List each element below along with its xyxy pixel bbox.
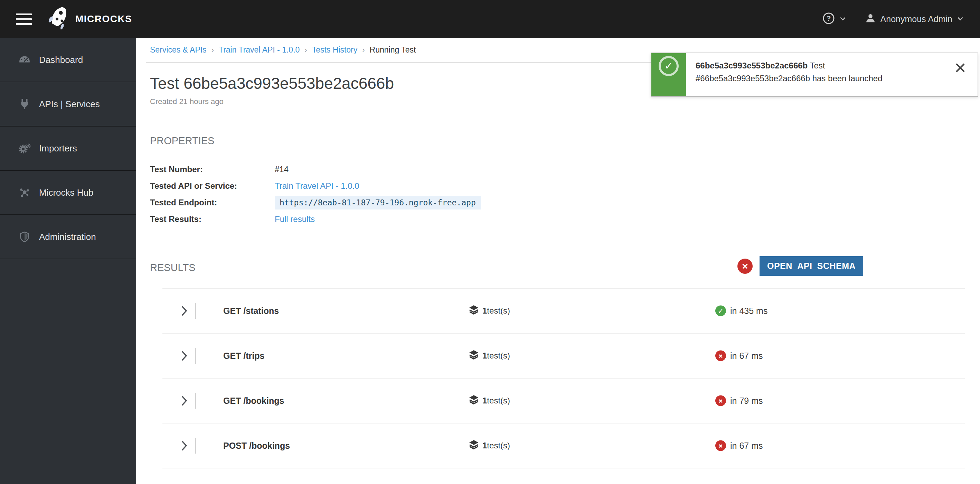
breadcrumb-separator: › (212, 46, 214, 55)
question-circle-icon: ? (822, 12, 835, 26)
hamburger-menu-icon[interactable] (16, 13, 32, 25)
breadcrumb-current: Running Test (370, 45, 416, 55)
row-divider-bar (195, 393, 196, 409)
layers-icon (469, 439, 479, 452)
row-status: × in 79 ms (715, 395, 763, 406)
row-divider-bar (195, 438, 196, 454)
tests-count: 1 test(s) (469, 395, 510, 407)
breadcrumb-services-apis[interactable]: Services & APIs (150, 45, 207, 55)
error-circle-icon: × (715, 350, 726, 361)
error-circle-icon: × (715, 395, 726, 406)
sidebar-item-apis-services[interactable]: APIs | Services (0, 82, 136, 127)
tests-count: 1 test(s) (469, 439, 510, 452)
chevron-down-icon (957, 16, 963, 22)
result-row-get-bookings[interactable]: GET /bookings 1 test(s) × in 79 ms (162, 379, 965, 424)
created-timestamp: Created 21 hours ago (150, 97, 965, 106)
toast-title: 66be5a3c993e553be2ac666b Test (695, 61, 968, 70)
brand-name: MICROCKS (75, 13, 132, 25)
tests-count: 1 test(s) (469, 350, 510, 362)
chevron-right-icon[interactable] (181, 440, 187, 451)
result-row-post-bookings[interactable]: POST /bookings 1 test(s) × in 67 ms (162, 424, 965, 468)
user-menu[interactable]: Anonymous Admin (865, 13, 963, 25)
tested-endpoint-value: https://8eab-81-187-79-196.ngrok-free.ap… (275, 196, 480, 210)
full-results-link[interactable]: Full results (275, 214, 315, 224)
top-navbar: MICROCKS ? (0, 0, 980, 38)
results-section: RESULTS GET /stations 1 test(s) (150, 262, 965, 468)
close-icon[interactable] (956, 63, 965, 73)
sidebar-item-dashboard[interactable]: Dashboard (0, 38, 136, 82)
sidebar-item-importers[interactable]: Importers (0, 127, 136, 171)
operation-name: GET /stations (223, 306, 279, 316)
hub-network-icon (18, 187, 31, 198)
row-status: × in 67 ms (715, 441, 763, 451)
sidebar-item-microcks-hub[interactable]: Microcks Hub (0, 171, 136, 215)
breadcrumb-train-travel-api[interactable]: Train Travel API - 1.0.0 (219, 45, 300, 55)
operation-name: POST /bookings (223, 441, 290, 451)
chevron-right-icon[interactable] (181, 395, 187, 406)
breadcrumb-separator: › (304, 46, 307, 55)
layers-icon (469, 350, 479, 362)
svg-text:?: ? (826, 14, 830, 22)
gears-icon (18, 143, 31, 154)
test-number-value: #14 (275, 164, 965, 174)
operation-name: GET /trips (223, 351, 264, 361)
microcks-logo-icon (48, 6, 70, 32)
chevron-right-icon[interactable] (181, 350, 187, 361)
test-results-label: Test Results: (150, 214, 275, 224)
operation-name: GET /bookings (223, 396, 284, 406)
sidebar-item-label: Administration (39, 232, 96, 242)
main-content: Services & APIs › Train Travel API - 1.0… (136, 38, 980, 484)
row-divider-bar (195, 303, 196, 319)
toast-body: 66be5a3c993e553be2ac666b Test #66be5a3c9… (686, 53, 978, 96)
toast-notification: ✓ 66be5a3c993e553be2ac666b Test #66be5a3… (651, 53, 978, 97)
sidebar-item-label: APIs | Services (39, 99, 100, 110)
properties-section: PROPERTIES Test Number: #14 Tested API o… (150, 135, 965, 228)
result-row-get-trips[interactable]: GET /trips 1 test(s) × in 67 ms (162, 334, 965, 379)
sidebar-item-label: Microcks Hub (39, 187, 93, 198)
row-status: ✓ in 435 ms (715, 306, 767, 316)
elapsed-time: in 67 ms (730, 351, 763, 361)
user-icon (865, 13, 876, 25)
tested-endpoint-label: Tested Endpoint: (150, 198, 275, 207)
success-check-icon: ✓ (715, 306, 726, 316)
row-status: × in 67 ms (715, 350, 763, 361)
shield-icon (18, 231, 31, 242)
navbar-right: ? Anonymous Admin (822, 12, 963, 26)
tested-api-link[interactable]: Train Travel API - 1.0.0 (275, 181, 360, 191)
sidebar-item-label: Dashboard (39, 55, 83, 65)
error-circle-icon: × (715, 441, 726, 451)
chevron-down-icon (840, 16, 846, 22)
breadcrumb-separator: › (362, 46, 364, 55)
chevron-right-icon[interactable] (181, 305, 187, 316)
sidebar-item-administration[interactable]: Administration (0, 215, 136, 259)
dashboard-gauge-icon (18, 55, 31, 65)
row-divider-bar (195, 348, 196, 364)
test-status-area: × OPEN_API_SCHEMA (737, 256, 863, 276)
properties-heading: PROPERTIES (150, 135, 965, 146)
sidebar-nav: Dashboard APIs | Services I (0, 38, 136, 484)
microcks-app: MICROCKS ? (0, 0, 980, 484)
user-name: Anonymous Admin (880, 14, 952, 24)
elapsed-time: in 67 ms (730, 441, 763, 451)
sidebar-item-label: Importers (39, 143, 77, 154)
toast-message: #66be5a3c993e553be2ac666b has been launc… (695, 74, 968, 83)
elapsed-time: in 435 ms (730, 306, 767, 316)
layers-icon (469, 395, 479, 407)
test-type-badge: OPEN_API_SCHEMA (759, 256, 863, 276)
properties-table: Test Number: #14 Tested API or Service: … (150, 161, 965, 228)
elapsed-time: in 79 ms (730, 396, 763, 406)
tests-count: 1 test(s) (469, 304, 510, 317)
results-list: GET /stations 1 test(s) ✓ in 435 ms (162, 288, 965, 468)
help-menu[interactable]: ? (822, 12, 846, 26)
test-number-label: Test Number: (150, 164, 275, 174)
plug-icon (18, 99, 31, 110)
tested-api-label: Tested API or Service: (150, 181, 275, 191)
brand[interactable]: MICROCKS (48, 6, 132, 32)
toast-status-panel: ✓ (651, 53, 686, 96)
layers-icon (469, 304, 479, 317)
success-check-icon: ✓ (659, 56, 679, 76)
breadcrumb-tests-history[interactable]: Tests History (312, 45, 358, 55)
result-row-get-stations[interactable]: GET /stations 1 test(s) ✓ in 435 ms (162, 289, 965, 334)
error-circle-icon: × (737, 259, 752, 274)
